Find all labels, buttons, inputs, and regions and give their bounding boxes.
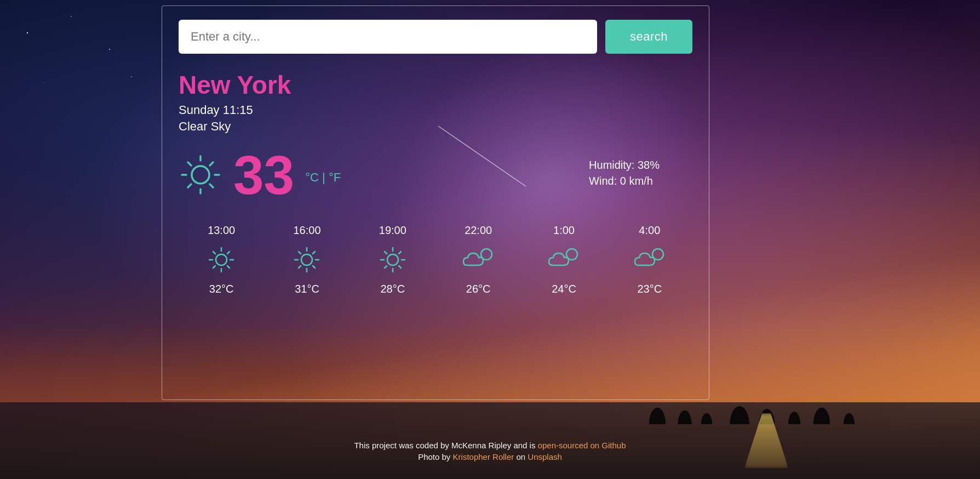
temperature-value: 33 [233, 147, 294, 202]
footer-text2: Photo by [418, 452, 452, 461]
search-button[interactable]: search [605, 20, 692, 54]
unit-separator: | [319, 170, 329, 184]
footer-text1: This project was coded by McKenna Ripley… [354, 441, 537, 450]
stars-layer [0, 0, 164, 82]
forecast-time: 1:00 [553, 224, 575, 237]
forecast-time: 16:00 [293, 224, 320, 237]
date-time: Sunday 11:15 [179, 103, 692, 117]
celsius-unit[interactable]: °C [305, 170, 319, 184]
svg-line-45 [213, 252, 215, 254]
unsplash-link[interactable]: Unsplash [528, 452, 562, 461]
weather-card: search New York Sunday 11:15 Clear Sky 3… [162, 5, 709, 400]
temperature-row: 33 °C | °F Humidity: 38% Wind: 0 km/h [179, 147, 692, 202]
forecast-item: 1:00 24°C [521, 224, 606, 295]
forecast-time: 13:00 [208, 224, 235, 237]
svg-line-46 [227, 266, 230, 268]
forecast-temp: 31°C [295, 283, 319, 295]
svg-line-56 [313, 252, 315, 254]
cloud-icon [545, 243, 583, 276]
svg-line-38 [210, 162, 213, 166]
github-link[interactable]: open-sourced on Github [538, 441, 626, 450]
svg-line-64 [399, 266, 401, 268]
svg-line-66 [385, 266, 387, 268]
forecast-time: 19:00 [379, 224, 406, 237]
footer: This project was coded by McKenna Ripley… [0, 441, 980, 464]
footer-line2: Photo by Kristopher Roller on Unsplash [0, 452, 980, 461]
cloud-icon [459, 243, 497, 276]
svg-line-65 [399, 252, 401, 254]
photo-author-link[interactable]: Kristopher Roller [453, 452, 514, 461]
hourly-forecast: 13:00 32°C16:00 [179, 224, 692, 295]
city-search-input[interactable] [179, 20, 597, 54]
svg-line-37 [210, 184, 213, 187]
sun-icon [202, 243, 240, 276]
wind-label: Wind: 0 km/h [589, 175, 660, 187]
svg-point-1 [71, 16, 72, 17]
svg-line-54 [299, 252, 301, 254]
search-row: search [179, 20, 692, 54]
weather-condition: Clear Sky [179, 119, 692, 134]
city-name: New York [179, 70, 692, 100]
svg-point-6 [131, 76, 132, 77]
forecast-temp: 23°C [637, 283, 662, 295]
svg-line-39 [188, 184, 191, 187]
sun-icon [288, 243, 326, 276]
forecast-item: 13:00 32°C [179, 224, 264, 295]
svg-point-31 [192, 166, 209, 184]
forecast-temp: 26°C [466, 283, 491, 295]
forecast-item: 16:00 31°C [264, 224, 349, 295]
svg-line-63 [385, 252, 387, 254]
cloud-icon [631, 243, 669, 276]
svg-line-36 [188, 162, 191, 166]
forecast-temp: 28°C [380, 283, 405, 295]
forecast-item: 4:00 23°C [607, 224, 692, 295]
svg-point-58 [387, 254, 398, 265]
forecast-temp: 24°C [552, 283, 576, 295]
svg-line-48 [213, 266, 215, 268]
svg-line-55 [313, 266, 315, 268]
svg-point-2 [109, 49, 110, 50]
fahrenheit-unit[interactable]: °F [329, 170, 341, 184]
temperature-units: °C | °F [305, 170, 341, 185]
footer-text3: on [514, 452, 528, 461]
forecast-item: 19:00 28°C [350, 224, 435, 295]
footer-line1: This project was coded by McKenna Ripley… [0, 441, 980, 450]
svg-line-57 [299, 266, 301, 268]
forecast-item: 22:00 26°C [435, 224, 521, 295]
sun-icon-main [179, 153, 222, 197]
sun-icon [374, 243, 412, 276]
forecast-time: 22:00 [465, 224, 492, 237]
forecast-temp: 32°C [209, 283, 234, 295]
svg-line-47 [227, 252, 230, 254]
forecast-time: 4:00 [639, 224, 660, 237]
svg-point-0 [27, 32, 28, 33]
svg-point-40 [216, 254, 227, 265]
weather-details: Humidity: 38% Wind: 0 km/h [589, 159, 660, 191]
svg-point-49 [301, 254, 312, 265]
svg-point-3 [43, 82, 44, 82]
humidity-label: Humidity: 38% [589, 159, 660, 172]
